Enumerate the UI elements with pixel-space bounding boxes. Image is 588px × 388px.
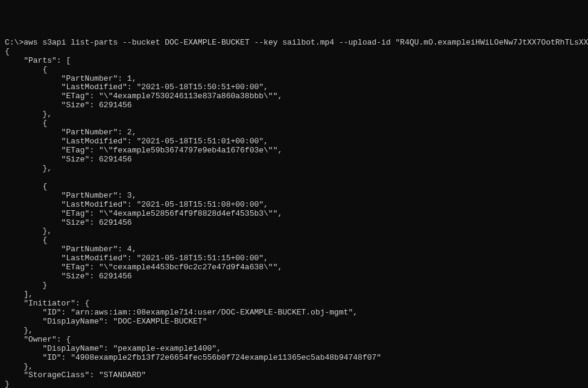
command-args: s3api list-parts --bucket DOC-EXAMPLE-BU… xyxy=(42,38,588,47)
prompt-text: C:\> xyxy=(5,38,24,47)
owner-close: }, xyxy=(5,362,33,371)
part-lastmodified: "LastModified": "2021-05-18T15:50:51+00:… xyxy=(5,83,268,92)
parts-key: "Parts": [ xyxy=(5,56,71,65)
part-size: "Size": 6291456 xyxy=(5,155,132,164)
part-size: "Size": 6291456 xyxy=(5,272,132,281)
owner-id: "ID": "4908example2fb13f72e6654fec556b0f… xyxy=(5,353,381,362)
part-etag: "ETag": "\"fexample59b3674797e9eb4a1676f… xyxy=(5,146,282,155)
command-executable: aws xyxy=(24,38,37,47)
owner-open: "Owner": { xyxy=(5,335,71,344)
json-open-brace: { xyxy=(5,47,10,56)
command-prompt: C:\>aws s3api list-parts --bucket DOC-EX… xyxy=(5,38,588,47)
part-etag: "ETag": "\"4example52856f4f9f8828d4ef453… xyxy=(5,209,282,218)
part-close: }, xyxy=(5,164,52,173)
initiator-open: "Initiator": { xyxy=(5,299,89,308)
part-open: { xyxy=(5,236,47,245)
part-number: "PartNumber": 3, xyxy=(5,191,136,200)
part-close: }, xyxy=(5,227,52,236)
storage-class: "StorageClass": "STANDARD" xyxy=(5,371,146,380)
initiator-displayname: "DisplayName": "DOC-EXAMPLE-BUCKET" xyxy=(5,317,207,326)
part-lastmodified: "LastModified": "2021-05-18T15:51:01+00:… xyxy=(5,137,268,146)
part-lastmodified: "LastModified": "2021-05-18T15:51:15+00:… xyxy=(5,254,268,263)
part-open: { xyxy=(5,119,47,128)
json-output: { "Parts": [ { "PartNumber": 1, "LastMod… xyxy=(5,47,381,388)
parts-close: ], xyxy=(5,290,33,299)
part-number: "PartNumber": 1, xyxy=(5,74,136,83)
part-close: } xyxy=(5,281,47,290)
part-lastmodified: "LastModified": "2021-05-18T15:51:08+00:… xyxy=(5,200,268,209)
part-close: }, xyxy=(5,110,52,119)
owner-displayname: "DisplayName": "pexample-example1400", xyxy=(5,344,221,353)
terminal-output[interactable]: C:\>aws s3api list-parts --bucket DOC-EX… xyxy=(5,39,583,388)
initiator-close: }, xyxy=(5,326,33,335)
json-close-brace: } xyxy=(5,380,10,388)
part-size: "Size": 6291456 xyxy=(5,101,132,110)
part-etag: "ETag": "\"cexample4453bcf0c2c27e47d9f4a… xyxy=(5,263,282,272)
part-size: "Size": 6291456 xyxy=(5,218,132,227)
part-etag: "ETag": "\"4example7530246113e837a860a38… xyxy=(5,92,282,101)
part-open: { xyxy=(5,65,47,74)
part-number: "PartNumber": 4, xyxy=(5,245,136,254)
initiator-id: "ID": "arn:aws:iam::08example714:user/DO… xyxy=(5,308,358,317)
part-number: "PartNumber": 2, xyxy=(5,128,136,137)
part-open: { xyxy=(5,182,47,191)
